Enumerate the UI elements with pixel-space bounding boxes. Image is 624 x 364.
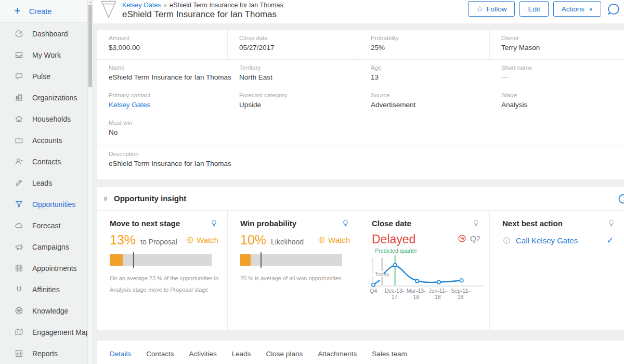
- sidebar-item-pulse[interactable]: Pulse: [0, 66, 93, 87]
- plus-icon: +: [14, 5, 21, 17]
- check-icon[interactable]: ✓: [606, 235, 614, 246]
- breadcrumb-separator: »: [163, 2, 167, 9]
- field-must-win: Must win No: [97, 115, 228, 146]
- refresh-icon[interactable]: [617, 192, 624, 204]
- insight-header: ∨ Opportunity insight: [97, 187, 624, 211]
- app: + Create Dashboard My Work Pulse Organiz…: [0, 0, 624, 364]
- sidebar-item-appointments[interactable]: Appointments: [0, 257, 93, 279]
- field-primary-contact: Primary contact Kelsey Gates: [97, 87, 228, 115]
- next-best-action-card: Next best action Call Kelsey Gates ✓: [490, 211, 624, 330]
- funnel-icon: [14, 199, 24, 209]
- sidebar-item-organizations[interactable]: Organizations: [0, 87, 93, 108]
- sidebar-scrollbar[interactable]: ▲: [87, 0, 93, 364]
- win-probability-caption: 20 % is average of all won opportunities: [240, 272, 359, 284]
- lightbulb-icon: [341, 219, 350, 228]
- win-probability-percent: 10%: [240, 232, 266, 248]
- tab-activities[interactable]: Activities: [189, 350, 217, 358]
- edit-button[interactable]: Edit: [519, 1, 548, 17]
- win-probability-bar-marker: [261, 252, 262, 268]
- svg-text:Dec-13-17: Dec-13-17: [385, 288, 405, 300]
- sidebar-item-leads[interactable]: Leads: [0, 172, 93, 193]
- chat-bubble-icon: [14, 71, 24, 81]
- field-close-date: Close date 05/27/2017: [228, 30, 359, 59]
- svg-text:Jun-11-18: Jun-11-18: [428, 288, 447, 300]
- opportunity-insight-panel: ∨ Opportunity insight Move to next stage…: [97, 187, 624, 330]
- lightbulb-icon: [210, 219, 218, 228]
- sidebar-item-affinities[interactable]: Affinities: [0, 279, 93, 300]
- inbox-tray-icon: [14, 50, 24, 60]
- bar-chart-icon: [14, 348, 24, 358]
- breadcrumb: Kelsey Gates»eShield Term Insurance for …: [122, 2, 283, 9]
- sidebar-item-engagement-map[interactable]: Engagement Map: [0, 321, 93, 343]
- tab-attachments[interactable]: Attachments: [318, 350, 357, 358]
- field-age: Age 13: [359, 60, 490, 87]
- info-icon[interactable]: [502, 236, 511, 245]
- field-description: Description eShield Term Insurance for I…: [97, 146, 228, 177]
- svg-text:Sep-11-18: Sep-11-18: [451, 288, 470, 300]
- follow-button[interactable]: ☆ Follow: [468, 1, 515, 17]
- dashboard-icon: [14, 29, 24, 38]
- create-label: Create: [29, 7, 52, 16]
- sidebar-item-campaigns[interactable]: Campaigns: [0, 236, 93, 257]
- insight-body: Move to next stage 13% to Proposal Watch: [97, 211, 624, 330]
- next-best-action-link[interactable]: Call Kelsey Gates: [516, 236, 578, 245]
- feed-chat-icon[interactable]: [607, 2, 621, 16]
- sidebar-item-knowledge[interactable]: Knowledge: [0, 300, 93, 321]
- megaphone-icon: [14, 242, 24, 252]
- actions-button[interactable]: Actions ∨: [553, 1, 601, 17]
- move-stage-progress-bar: [110, 254, 212, 266]
- delayed-trend-icon: [457, 233, 467, 243]
- sidebar-item-forecast[interactable]: Forecast: [0, 215, 93, 236]
- page-title: eShield Term Insurance for Ian Thomas: [122, 9, 277, 20]
- primary-contact-link[interactable]: Kelsey Gates: [109, 101, 223, 109]
- sidebar-item-contacts[interactable]: Contacts: [0, 151, 93, 172]
- watch-button[interactable]: Watch: [317, 236, 350, 244]
- svg-text:Predicted quarter: Predicted quarter: [375, 248, 417, 254]
- breadcrumb-current: eShield Term Insurance for Ian Thomas: [170, 2, 283, 9]
- tab-leads[interactable]: Leads: [232, 350, 251, 358]
- quarter-label: Q2: [470, 234, 480, 243]
- insight-title: Opportunity insight: [114, 194, 186, 203]
- scrollbar-thumb[interactable]: [88, 5, 92, 87]
- folder-icon: [14, 135, 24, 145]
- lightbulb-icon: [472, 219, 480, 228]
- person-icon: [14, 157, 24, 166]
- scroll-up-arrow-icon[interactable]: ▲: [88, 1, 93, 4]
- page-header: Kelsey Gates»eShield Term Insurance for …: [93, 0, 624, 23]
- lightbulb-icon: [607, 219, 616, 228]
- tab-contacts[interactable]: Contacts: [146, 350, 174, 358]
- sidebar-item-reports[interactable]: Reports: [0, 343, 93, 364]
- breadcrumb-parent-link[interactable]: Kelsey Gates: [122, 2, 161, 9]
- watch-button[interactable]: Watch: [185, 236, 218, 244]
- watch-icon: [317, 236, 326, 244]
- map-icon: [14, 327, 24, 337]
- field-source: Source Advertisement: [359, 87, 490, 115]
- sidebar-item-accounts[interactable]: Accounts: [0, 129, 93, 151]
- sidebar-item-households[interactable]: Households: [0, 108, 93, 129]
- svg-text:Today: Today: [375, 271, 390, 277]
- tab-bar: Details Contacts Activities Leads Close …: [97, 341, 624, 358]
- field-name: Name eShield Term Insurance for Ian Thom…: [97, 60, 228, 87]
- win-probability-card: Win probability 10% Likelihood Watch: [228, 211, 359, 330]
- move-to-next-stage-card: Move to next stage 13% to Proposal Watch: [97, 211, 228, 330]
- sidebar: + Create Dashboard My Work Pulse Organiz…: [0, 0, 93, 364]
- field-stage: Stage Analysis: [490, 87, 624, 115]
- globe-icon: [14, 306, 24, 316]
- tab-close-plans[interactable]: Close plans: [266, 350, 303, 358]
- move-stage-bar-fill: [110, 254, 123, 266]
- sidebar-item-my-work[interactable]: My Work: [0, 44, 93, 66]
- delayed-quarter-group: Q2: [457, 233, 480, 243]
- magnet-icon: [14, 284, 24, 294]
- collapse-chevron-icon[interactable]: ∨: [103, 194, 108, 202]
- sidebar-nav: Dashboard My Work Pulse Organizations Ho…: [0, 23, 93, 364]
- close-date-status: Delayed: [372, 232, 415, 246]
- sidebar-item-opportunities[interactable]: Opportunities: [0, 193, 93, 215]
- star-icon: ☆: [476, 4, 483, 14]
- close-date-chart: TodayPredicted quarterQ4Dec-13-17Mar-13-…: [367, 248, 489, 302]
- tab-sales-team[interactable]: Sales team: [372, 350, 407, 358]
- sidebar-item-create[interactable]: + Create: [0, 0, 93, 23]
- sidebar-item-dashboard[interactable]: Dashboard: [0, 23, 93, 44]
- tab-details[interactable]: Details: [110, 350, 131, 358]
- win-probability-progress-bar: [240, 254, 342, 266]
- detail-tabs-card: Details Contacts Activities Leads Close …: [97, 341, 624, 364]
